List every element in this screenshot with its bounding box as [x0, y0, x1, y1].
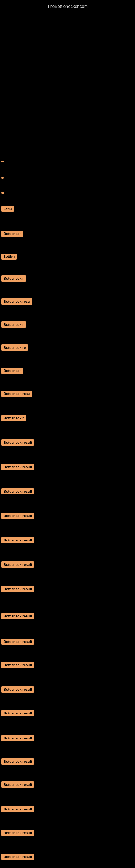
bottleneck-item-3	[1, 190, 4, 195]
bottleneck-item-22: Bottleneck result	[1, 639, 34, 645]
bottleneck-item-23: Bottleneck result	[1, 662, 34, 668]
bottleneck-result-label[interactable]: Bottleneck result	[1, 662, 34, 668]
bottleneck-item-28: Bottleneck result	[1, 781, 34, 788]
bottleneck-result-label[interactable]: Bottleneck result	[1, 806, 34, 812]
bottleneck-result-label[interactable]: Bottleneck r	[1, 415, 26, 421]
bottleneck-result-label[interactable]: Bottleneck result	[1, 710, 34, 716]
bottleneck-result-label[interactable]: Bottleneck result	[1, 439, 34, 446]
bottleneck-item-20: Bottleneck result	[1, 586, 34, 592]
bottleneck-item-10: Bottleneck re	[1, 344, 28, 351]
bottleneck-item-11: Bottleneck	[1, 368, 24, 374]
bottleneck-item-4: Bottle	[1, 206, 14, 212]
bottleneck-result-label[interactable]: Bottleneck result	[1, 464, 34, 470]
bottleneck-result-label[interactable]: Bottleneck result	[1, 735, 34, 741]
bottleneck-result-label[interactable]: Bottleneck result	[1, 686, 34, 692]
bottleneck-result-label[interactable]: Bottleneck result	[1, 758, 34, 765]
bottleneck-result-label[interactable]: Bottleneck result	[1, 537, 34, 543]
bottleneck-result-label[interactable]	[1, 192, 4, 194]
bottleneck-result-label[interactable]: Bottleneck result	[1, 513, 34, 519]
bottleneck-result-label[interactable]: Bottleneck result	[1, 561, 34, 568]
bottleneck-item-9: Bottleneck r	[1, 321, 26, 328]
bottleneck-item-24: Bottleneck result	[1, 686, 34, 692]
bottleneck-result-label[interactable]: Bottleneck resu	[1, 299, 32, 305]
bottleneck-item-16: Bottleneck result	[1, 488, 34, 495]
bottleneck-result-label[interactable]: Bottle	[1, 206, 14, 212]
bottleneck-item-29: Bottleneck result	[1, 806, 34, 812]
bottleneck-item-17: Bottleneck result	[1, 513, 34, 519]
bottleneck-result-label[interactable]: Bottleneck r	[1, 321, 26, 328]
bottleneck-result-label[interactable]: Bottleneck result	[1, 613, 34, 619]
bottleneck-item-1	[1, 159, 4, 163]
bottleneck-result-label[interactable]	[1, 161, 4, 162]
bottleneck-item-5: Bottleneck	[1, 230, 24, 237]
bottleneck-result-label[interactable]: Bottleneck r	[1, 275, 26, 282]
bottleneck-result-label[interactable]: Bottleneck resu	[1, 391, 32, 397]
bottleneck-item-26: Bottleneck result	[1, 735, 34, 741]
bottleneck-result-label[interactable]: Bottleneck result	[1, 830, 34, 836]
bottleneck-result-label[interactable]: Bottleneck	[1, 230, 24, 237]
bottleneck-result-label[interactable]: Bottleneck re	[1, 344, 28, 351]
bottleneck-result-label[interactable]: Bottleneck	[1, 368, 24, 374]
bottleneck-item-27: Bottleneck result	[1, 758, 34, 765]
bottleneck-item-12: Bottleneck resu	[1, 391, 32, 397]
bottleneck-item-7: Bottleneck r	[1, 275, 26, 282]
bottleneck-result-label[interactable]: Bottleneck result	[1, 854, 34, 860]
bottleneck-item-8: Bottleneck resu	[1, 299, 32, 305]
bottleneck-result-label[interactable]: Bottleneck result	[1, 488, 34, 495]
bottleneck-item-6: Bottlen	[1, 254, 17, 259]
bottleneck-item-14: Bottleneck result	[1, 439, 34, 446]
bottleneck-item-19: Bottleneck result	[1, 561, 34, 568]
bottleneck-item-21: Bottleneck result	[1, 613, 34, 619]
bottleneck-result-label[interactable]: Bottlen	[1, 254, 17, 259]
bottleneck-item-2	[1, 175, 3, 180]
bottleneck-result-label[interactable]: Bottleneck result	[1, 586, 34, 592]
bottleneck-item-15: Bottleneck result	[1, 464, 34, 470]
bottleneck-item-30: Bottleneck result	[1, 830, 34, 836]
bottleneck-result-label[interactable]: Bottleneck result	[1, 639, 34, 645]
bottleneck-item-18: Bottleneck result	[1, 537, 34, 543]
bottleneck-item-31: Bottleneck result	[1, 854, 34, 860]
bottleneck-item-25: Bottleneck result	[1, 710, 34, 716]
bottleneck-result-label[interactable]	[1, 177, 3, 179]
site-title: TheBottlenecker.com	[47, 1, 88, 12]
bottleneck-item-13: Bottleneck r	[1, 415, 26, 421]
bottleneck-result-label[interactable]: Bottleneck result	[1, 781, 34, 788]
